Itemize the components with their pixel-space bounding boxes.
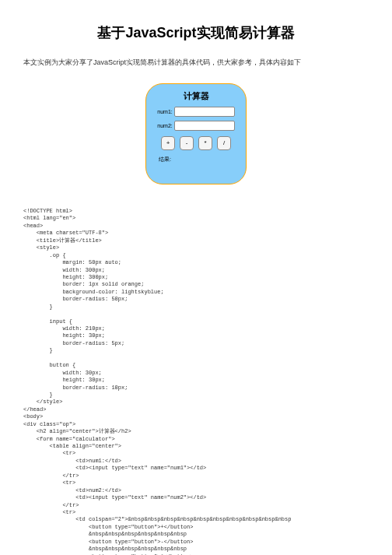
num1-input[interactable] (174, 107, 235, 117)
subtract-button[interactable]: - (180, 136, 194, 150)
calc-heading: 计算器 (184, 90, 209, 102)
num2-label: num2: (157, 123, 172, 128)
add-button[interactable]: + (161, 136, 175, 150)
result-label: 结果: (159, 156, 171, 163)
num1-row: num1: (154, 107, 238, 117)
intro-text: 本文实例为大家分享了JavaScript实现简易计算器的具体代码，供大家参考，具… (23, 58, 369, 68)
divide-button[interactable]: / (217, 136, 231, 150)
result-row: 结果: (154, 155, 238, 164)
multiply-button[interactable]: * (198, 136, 212, 150)
calculator-preview: 计算器 num1: num2: + - * / 结果: (145, 83, 247, 184)
operator-buttons: + - * / (161, 136, 231, 150)
result-input (171, 155, 218, 164)
num2-row: num2: (154, 121, 238, 131)
num2-input[interactable] (174, 121, 235, 131)
page-title: 基于JavaScript实现简易计算器 (23, 23, 369, 42)
code-block: <!DOCTYPE html> <html lang="en"> <head> … (23, 208, 369, 555)
num1-label: num1: (157, 109, 172, 114)
